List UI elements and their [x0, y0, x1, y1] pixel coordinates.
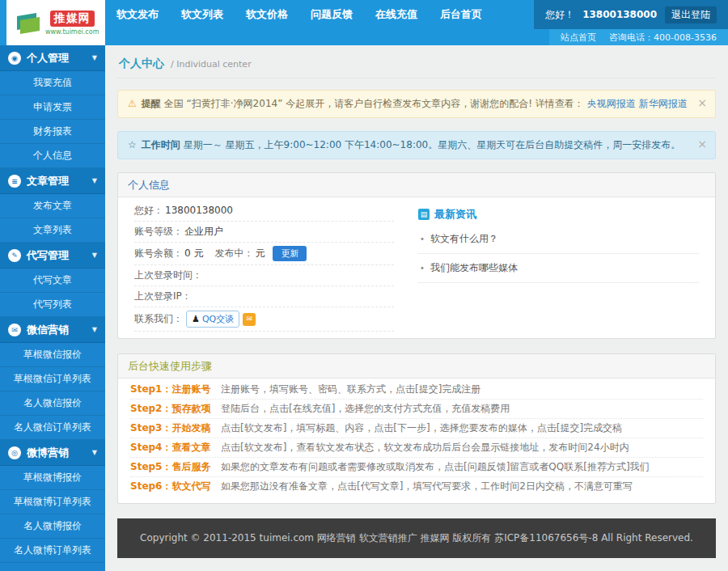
profile-row-last-ip: 上次登录IP： — [134, 286, 394, 307]
news-item[interactable]: • 软文有什么用？ — [418, 225, 699, 254]
step-desc: 点击[软文发布]，填写标题、内容，点击[下一步]，选择您要发布的媒体，点击[提交… — [221, 421, 622, 435]
row-value: 企业用户 — [184, 225, 223, 239]
publishing-value: 元 — [255, 247, 265, 260]
sidebar-item-finance-report[interactable]: 财务报表 — [0, 120, 105, 144]
brand-name: 推媒网 — [50, 11, 95, 27]
brand-logo[interactable]: 推媒网 www.tuimei.com — [0, 0, 105, 45]
section-label: 个人管理 — [27, 51, 69, 66]
news-column: ▤ 最新资讯 • 软文有什么用？ • 我们能发布哪些媒体 — [394, 201, 699, 332]
sidebar-item-ghostwrite-list[interactable]: 代写列表 — [0, 293, 105, 317]
sidebar-section-personal[interactable]: ◉ 个人管理 ▼ — [0, 45, 105, 71]
chevron-down-icon: ▼ — [92, 54, 97, 61]
sidebar-item-article-list[interactable]: 文章列表 — [0, 218, 105, 243]
sidebar-section-weibo[interactable]: ◎ 微博营销 ▼ — [0, 440, 105, 466]
profile-body: 您好： 13800138000 账号等级： 企业用户 账号余额： 0 元 发布中… — [118, 197, 715, 338]
header-subbar-right: 站点首页 咨询电话：400-008-3536 — [549, 29, 728, 45]
warning-notice: ⚠提醒全国 “扫黄打非·净网2014” 今起展开，请客户自行检查发布文章内容，谢… — [117, 90, 716, 118]
row-label: 上次登录时间： — [134, 269, 202, 282]
nav-item-backend-home[interactable]: 后台首页 — [429, 0, 493, 29]
page-title: 个人中心 — [119, 57, 164, 71]
chevron-down-icon: ▼ — [92, 326, 97, 333]
sidebar-item-ghostwrite-article[interactable]: 代写文章 — [0, 269, 105, 293]
profile-row-greeting: 您好： 13800138000 — [134, 201, 394, 222]
sidebar-item-celebrity-wechat-orders[interactable]: 名人微信订单列表 — [0, 416, 105, 440]
step-label: Step6：软文代写 — [130, 480, 221, 493]
chevron-down-icon: ▼ — [92, 449, 97, 456]
step-row-3: Step3：开始发稿 点击[软文发布]，填写标题、内容，点击[下一步]，选择您要… — [130, 419, 703, 438]
sidebar-item-grassroots-wechat-price[interactable]: 草根微信报价 — [0, 343, 105, 367]
breadcrumb: 个人中心 / Individual center — [117, 52, 716, 78]
sidebar-section-ghostwrite[interactable]: ✎ 代写管理 ▼ — [0, 243, 105, 269]
qq-chat-button[interactable]: ♟QQ交谈 — [186, 311, 239, 328]
xinhua-report-link[interactable]: 新华网报道 — [639, 98, 688, 109]
sidebar-item-celebrity-wechat-price[interactable]: 名人微信报价 — [0, 391, 105, 416]
step-row-2: Step2：预存款项 登陆后台，点击[在线充值]，选择您的支付方式充值，充值发稿… — [130, 400, 703, 419]
sidebar-section-wechat[interactable]: ✉ 微信营销 ▼ — [0, 317, 105, 343]
balance-value: 0 元 — [184, 247, 203, 260]
header-subbar: 站点首页 咨询电话：400-008-3536 — [105, 29, 728, 45]
news-item[interactable]: • 我们能发布哪些媒体 — [418, 254, 699, 283]
greeting-label: 您好！ — [545, 8, 574, 22]
weibo-icon: ◎ — [8, 446, 21, 459]
sidebar-item-celebrity-weibo-orders[interactable]: 名人微博订单列表 — [0, 539, 105, 563]
worktime-text: 星期一～ 星期五，上午9:00~12:00 下午14:00~18:00。星期六、… — [184, 139, 680, 150]
row-label: 账号等级： — [134, 225, 183, 239]
close-icon[interactable]: × — [697, 96, 707, 110]
nav-item-publish[interactable]: 软文发布 — [105, 0, 170, 29]
step-desc: 登陆后台，点击[在线充值]，选择您的支付方式充值，充值发稿费用 — [221, 402, 510, 416]
step-label: Step4：查看文章 — [130, 441, 221, 455]
worktime-label: 工作时间 — [142, 139, 180, 150]
step-row-5: Step5：售后服务 如果您的文章发布有问题或者需要修改或取消发布，点击[问题反… — [130, 458, 703, 477]
chevron-down-icon: ▼ — [92, 177, 97, 184]
steps-body: Step1：注册账号 注册账号，填写账号、密码、联系方式，点击[提交]完成注册 … — [118, 379, 715, 503]
qq-chat-label: QQ交谈 — [202, 312, 234, 326]
copyright-text: Copyright © 2011-2015 tuimei.com 网络营销 软文… — [140, 532, 693, 544]
nav-item-recharge[interactable]: 在线充值 — [364, 0, 429, 29]
section-label: 代写管理 — [27, 248, 69, 263]
profile-detail-column: 您好： 13800138000 账号等级： 企业用户 账号余额： 0 元 发布中… — [134, 201, 394, 332]
nav-item-feedback[interactable]: 问题反馈 — [299, 0, 364, 29]
profile-row-last-login: 上次登录时间： — [134, 265, 394, 286]
qq-penguin-icon: ♟ — [192, 312, 200, 326]
step-label: Step3：开始发稿 — [130, 421, 221, 435]
site-home-link[interactable]: 站点首页 — [561, 32, 596, 44]
article-icon: ≡ — [8, 175, 21, 188]
pencil-icon: ✎ — [8, 249, 21, 262]
news-title: 最新资讯 — [434, 207, 476, 222]
row-value: 13800138000 — [165, 204, 233, 218]
user-icon: ◉ — [8, 52, 21, 65]
qq-message-icon[interactable]: ✉ — [243, 313, 256, 326]
step-row-4: Step4：查看文章 点击[软文发布]，查看软文发布状态，软文发布成功后后台会显… — [130, 438, 703, 458]
sidebar-item-profile[interactable]: 个人信息 — [0, 144, 105, 168]
chevron-down-icon: ▼ — [92, 252, 97, 259]
sidebar-item-celebrity-weibo-price[interactable]: 名人微博报价 — [0, 514, 105, 539]
page-subtitle: / Individual center — [171, 59, 252, 70]
update-button[interactable]: 更新 — [273, 246, 307, 261]
sidebar-item-grassroots-wechat-orders[interactable]: 草根微信订单列表 — [0, 367, 105, 391]
sidebar-item-publish-article[interactable]: 发布文章 — [0, 194, 105, 218]
step-desc: 如果您那边没有准备文章，点击[代写文章]，填写代写要求，工作时间2日内交稿，不满… — [221, 480, 633, 493]
cctv-report-link[interactable]: 央视网报道 — [587, 98, 636, 109]
star-icon: ☆ — [128, 139, 137, 150]
profile-panel: 个人信息 您好： 13800138000 账号等级： 企业用户 账号余额： 0 … — [117, 172, 716, 339]
close-icon[interactable]: × — [697, 137, 707, 151]
bullet-icon: • — [420, 264, 425, 273]
step-desc: 点击[软文发布]，查看软文发布状态，软文发布成功后后台会显示链接地址，发布时间2… — [221, 441, 629, 455]
profile-row-contact: 联系我们： ♟QQ交谈 ✉ — [134, 307, 394, 332]
bullet-icon: • — [420, 235, 425, 243]
sidebar-item-grassroots-weibo-orders[interactable]: 草根微博订单列表 — [0, 490, 105, 514]
sidebar-item-recharge[interactable]: 我要充值 — [0, 71, 105, 95]
info-notice: ☆工作时间星期一～ 星期五，上午9:00~12:00 下午14:00~18:00… — [117, 131, 716, 159]
nav-item-article-list[interactable]: 软文列表 — [170, 0, 235, 29]
sidebar-item-invoice[interactable]: 申请发票 — [0, 95, 105, 120]
step-label: Step1：注册账号 — [130, 383, 221, 396]
warning-text: 全国 “扫黄打非·净网2014” 今起展开，请客户自行检查发布文章内容，谢谢您的… — [164, 98, 584, 109]
section-label: 微博营销 — [27, 446, 69, 460]
news-item-label: 我们能发布哪些媒体 — [430, 261, 518, 275]
sidebar-section-articles[interactable]: ≡ 文章管理 ▼ — [0, 168, 105, 194]
nav-item-price[interactable]: 软文价格 — [235, 0, 299, 29]
hotline-text: 咨询电话：400-008-3536 — [609, 32, 717, 44]
logout-button[interactable]: 退出登陆 — [665, 6, 717, 23]
sidebar-item-grassroots-weibo-price[interactable]: 草根微博报价 — [0, 466, 105, 490]
profile-panel-title: 个人信息 — [118, 173, 715, 197]
